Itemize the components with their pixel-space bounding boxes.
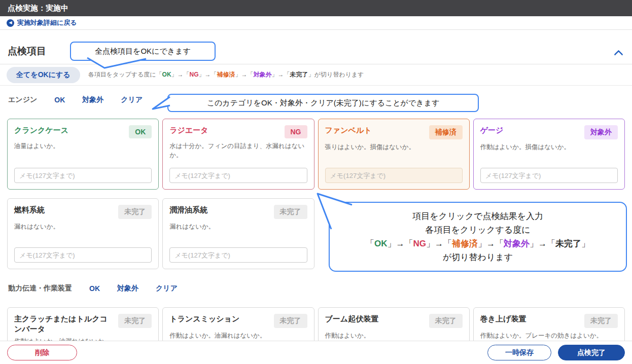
footer-bar: 削除 一時保存 点検完了 — [0, 341, 632, 364]
text-segment: 」→「 — [199, 71, 217, 78]
text-segment: NG — [413, 239, 427, 248]
item-description: 作動はよいか。 — [325, 332, 463, 341]
text-segment: 」→「 — [388, 239, 413, 248]
card-head: トランスミッション未完了 — [169, 314, 307, 328]
text-segment: OK — [162, 71, 171, 78]
inspection-item-card[interactable]: ゲージ対象外作動はよいか。損傷はないか。 — [473, 119, 625, 190]
temporary-save-button[interactable]: 一時保存 — [487, 345, 551, 360]
status-cycle-helper-text: 各項目をタップする度に「OK」→「NG」→「補修済」→「対象外」→「未完了」が切… — [88, 70, 364, 79]
memo-input[interactable] — [325, 168, 463, 183]
text-segment: 対象外 — [254, 71, 272, 78]
titlebar: 点検実施：実施中 — [0, 0, 632, 16]
text-segment: 項目をクリックで点検結果を入力 — [412, 211, 543, 221]
category-action-clear[interactable]: クリア — [156, 284, 178, 293]
item-description: 漏れはないか。 — [14, 223, 152, 232]
status-badge: 未完了 — [584, 314, 618, 328]
tooltip-line: 「OK」→「NG」→「補修済」→「対象外」→「未完了」 — [366, 237, 590, 250]
text-segment: 各項目をタップする度に「 — [88, 71, 162, 78]
category-action-excluded[interactable]: 対象外 — [117, 284, 138, 293]
status-badge: OK — [129, 125, 152, 138]
card-head: 燃料系統未完了 — [14, 205, 152, 219]
category-action-clear[interactable]: クリア — [121, 95, 143, 104]
item-title: ゲージ — [480, 125, 504, 135]
memo-input[interactable] — [480, 168, 618, 183]
delete-button[interactable]: 削除 — [7, 345, 77, 360]
card-head: 潤滑油系統未完了 — [169, 205, 307, 219]
status-badge: 未完了 — [274, 205, 307, 219]
tooltip-category-text: このカテゴリをOK・対象外・クリア(未完了)にすることができます — [207, 98, 440, 108]
back-link[interactable]: ◀ 実施対象詳細に戻る — [7, 18, 77, 27]
category-name: エンジン — [8, 95, 37, 104]
tooltip-line: が切り替わります — [443, 250, 513, 264]
item-title: ブーム起伏装置 — [325, 314, 379, 324]
status-badge: 補修済 — [429, 125, 463, 139]
back-navigation-row: ◀ 実施対象詳細に戻る — [0, 16, 632, 30]
card-head: 巻き上げ装置未完了 — [480, 314, 618, 328]
item-title: 主クラッチまたはトルクコンバータ — [14, 314, 114, 334]
status-badge: NG — [285, 125, 307, 138]
category-action-ok[interactable]: OK — [89, 284, 100, 293]
tooltip-line: 各項目をクリックする度に — [425, 223, 530, 237]
text-segment: 」が切り替わります — [308, 71, 364, 78]
back-link-label: 実施対象詳細に戻る — [17, 18, 77, 27]
status-badge: 未完了 — [274, 314, 307, 328]
inspection-item-card[interactable]: 燃料系統未完了漏れはないか。 — [7, 198, 159, 269]
card-head: ブーム起伏装置未完了 — [325, 314, 463, 328]
card-head: ゲージ対象外 — [480, 125, 618, 139]
status-badge: 対象外 — [584, 125, 618, 139]
memo-input[interactable] — [169, 247, 307, 263]
tooltip-tail — [153, 97, 173, 112]
text-segment: 対象外 — [504, 239, 530, 248]
text-segment: 未完了 — [555, 239, 581, 248]
memo-input[interactable] — [169, 168, 307, 183]
inspection-item-card[interactable]: ラジエータNG水は十分か。フィンの目詰まり、水漏れはないか。 — [162, 119, 314, 190]
category-action-ok[interactable]: OK — [54, 96, 65, 104]
tooltip-item-click: 項目をクリックで点検結果を入力各項目をクリックする度に「OK」→「NG」→「補修… — [329, 202, 627, 272]
tooltip-all-ok-text: 全点検項目をOKにできます — [95, 47, 191, 56]
category-name: 動力伝達・作業装置 — [8, 284, 72, 293]
text-segment: 未完了 — [290, 71, 308, 78]
item-description: 作動はよいか。ブレーキの効きはよいか。 — [480, 332, 618, 341]
text-segment: 補修済 — [217, 71, 235, 78]
item-description: 油量はよいか。 — [14, 142, 152, 151]
text-segment: 各項目をクリックする度に — [425, 225, 530, 235]
page-title: 点検実施：実施中 — [8, 4, 68, 13]
item-description: 漏れはないか。 — [169, 223, 307, 232]
text-segment: 」 — [581, 239, 590, 248]
text-segment: NG — [190, 71, 199, 78]
text-segment: 」→「 — [426, 239, 452, 248]
category-header: 動力伝達・作業装置OK対象外クリア — [0, 274, 632, 303]
item-description: 張りはよいか。損傷はないか。 — [325, 143, 463, 152]
collapse-chevron-icon[interactable] — [614, 50, 623, 59]
card-head: ファンベルト補修済 — [325, 125, 463, 139]
status-badge: 未完了 — [118, 314, 152, 328]
inspection-item-card[interactable]: ファンベルト補修済張りはよいか。損傷はないか。 — [318, 119, 470, 190]
item-title: ラジエータ — [169, 125, 208, 135]
tooltip-tail — [84, 58, 150, 70]
memo-input[interactable] — [14, 247, 152, 263]
status-badge: 未完了 — [429, 314, 463, 328]
item-description: 作動はよいか。油漏れはないか。 — [169, 332, 307, 341]
item-title: ファンベルト — [325, 125, 372, 135]
category-action-excluded[interactable]: 対象外 — [82, 95, 103, 104]
inspection-complete-button[interactable]: 点検完了 — [558, 345, 625, 360]
section-title: 点検項目 — [8, 45, 46, 58]
all-ok-button[interactable]: 全てをOKにする — [7, 67, 80, 83]
text-segment: 「 — [366, 239, 374, 248]
text-segment: 」→「 — [272, 71, 290, 78]
tooltip-line: 項目をクリックで点検結果を入力 — [412, 209, 543, 223]
item-title: トランスミッション — [169, 314, 239, 324]
text-segment: が切り替わります — [443, 252, 513, 262]
item-title: 燃料系統 — [14, 205, 45, 215]
item-description: 水は十分か。フィンの目詰まり、水漏れはないか。 — [169, 142, 307, 160]
inspection-item-card[interactable]: クランクケースOK油量はよいか。 — [7, 119, 159, 190]
card-head: 主クラッチまたはトルクコンバータ未完了 — [14, 314, 152, 334]
card-head: クランクケースOK — [14, 125, 152, 138]
text-segment: 」→「 — [530, 239, 555, 248]
item-description: 作動はよいか。損傷はないか。 — [480, 143, 618, 152]
text-segment: 」→「 — [235, 71, 254, 78]
item-title: 潤滑油系統 — [169, 205, 207, 215]
inspection-item-card[interactable]: 潤滑油系統未完了漏れはないか。 — [162, 198, 314, 269]
text-segment: OK — [374, 239, 388, 248]
memo-input[interactable] — [14, 168, 152, 183]
